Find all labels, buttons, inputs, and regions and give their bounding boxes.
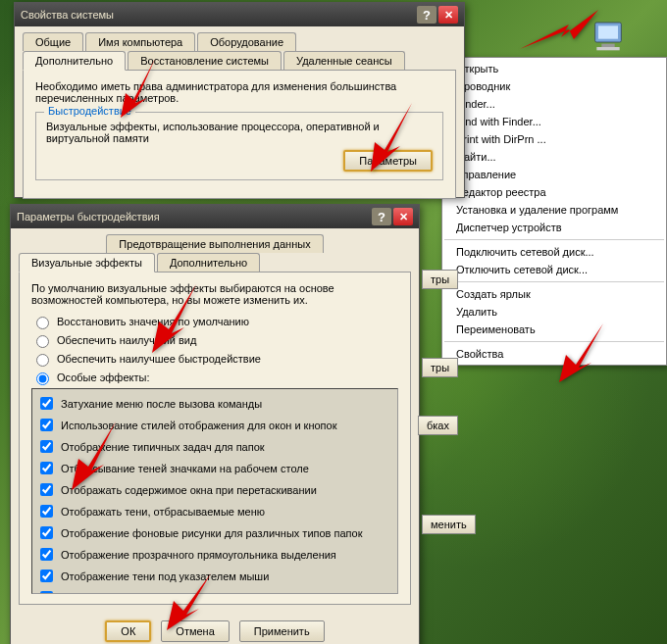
checkbox-input[interactable]: [40, 526, 53, 539]
hidden-button[interactable]: менить: [422, 515, 476, 534]
tab-дополнительно[interactable]: Дополнительно: [23, 51, 126, 71]
hidden-button[interactable]: бках: [418, 416, 458, 435]
performance-options-window: Параметры быстродействия ? ✕ Предотвраще…: [10, 204, 420, 644]
context-menu: ОткрытьПроводникFinder...Find with Finde…: [441, 57, 667, 366]
checkbox-input[interactable]: [40, 419, 53, 431]
check-option[interactable]: Отображать тени, отбрасываемые меню: [36, 502, 393, 520]
tab-оборудование[interactable]: Оборудование: [197, 32, 296, 51]
ctx-открыть[interactable]: Открыть: [442, 60, 666, 77]
checkbox-input[interactable]: [40, 505, 53, 518]
ctx-найти-[interactable]: Найти...: [442, 148, 666, 166]
check-label: Затухание меню после вызова команды: [61, 398, 262, 410]
radio-input[interactable]: [36, 354, 49, 367]
ctx-finder-[interactable]: Finder...: [442, 95, 666, 113]
window-title: Свойства системы: [21, 9, 114, 21]
group-text: Визуальные эффекты, использование процес…: [46, 121, 433, 144]
svg-rect-3: [596, 47, 619, 50]
radio-option[interactable]: Обеспечить наилучшее быстродействие: [31, 351, 398, 367]
radio-option[interactable]: Обеспечить наилучший вид: [31, 332, 398, 348]
checkbox-input[interactable]: [40, 483, 53, 496]
radio-option[interactable]: Восстановить значения по умолчанию: [31, 314, 398, 329]
tab-визуальные-эффекты[interactable]: Визуальные эффекты: [19, 253, 155, 272]
ctx-свойства[interactable]: Свойства: [442, 345, 666, 363]
check-label: Использование стилей отображения для око…: [61, 420, 336, 431]
check-option[interactable]: Отображение фоновые рисунки для различны…: [36, 523, 393, 542]
check-label: Сглаживать неровности экранных шрифтов: [61, 592, 280, 595]
check-label: Отображать содержимое окна при перетаски…: [61, 484, 317, 496]
parameters-button[interactable]: Параметры: [343, 150, 433, 172]
ctx-проводник[interactable]: Проводник: [442, 77, 666, 95]
ctx-отключить-сетевой-диск-[interactable]: Отключить сетевой диск...: [442, 261, 666, 278]
radio-input[interactable]: [36, 335, 49, 348]
cancel-button[interactable]: Отмена: [161, 620, 229, 642]
check-option[interactable]: Использование стилей отображения для око…: [36, 416, 393, 434]
apply-button[interactable]: Применить: [239, 620, 325, 642]
check-option[interactable]: Отображение типичных задач для папок: [36, 437, 393, 456]
radio-label: Восстановить значения по умолчанию: [57, 316, 249, 327]
checkbox-input[interactable]: [40, 570, 53, 582]
tab-удаленные-сеансы[interactable]: Удаленные сеансы: [283, 51, 405, 70]
tab-dep[interactable]: Предотвращение выполнения данных: [106, 234, 323, 253]
ctx-диспетчер-устройств[interactable]: Диспетчер устройств: [442, 219, 666, 236]
hidden-button[interactable]: тры: [422, 270, 458, 289]
check-label: Отображать тени, отбрасываемые меню: [61, 506, 265, 518]
performance-group: Быстродействие Визуальные эффекты, испол…: [35, 112, 443, 180]
ctx-создать-ярлык[interactable]: Создать ярлык: [442, 285, 666, 303]
tab-общие[interactable]: Общие: [23, 32, 83, 51]
checkbox-input[interactable]: [40, 397, 53, 410]
tab-имя-компьютера[interactable]: Имя компьютера: [85, 32, 195, 51]
help-button[interactable]: ?: [372, 208, 391, 225]
ctx-подключить-сетевой-диск-[interactable]: Подключить сетевой диск...: [442, 243, 666, 261]
tab-восстановление-системы[interactable]: Восстановление системы: [128, 51, 282, 70]
svg-rect-2: [601, 44, 614, 47]
svg-rect-1: [598, 25, 618, 38]
check-option[interactable]: Отображение тени под указателем мыши: [36, 567, 393, 585]
radio-label: Особые эффекты:: [57, 372, 149, 383]
checkbox-input[interactable]: [40, 440, 53, 453]
close-button[interactable]: ✕: [438, 6, 458, 24]
check-option[interactable]: Отображать содержимое окна при перетаски…: [36, 480, 393, 499]
check-label: Отображение прозрачного прямоугольника в…: [61, 549, 336, 561]
checkbox-input[interactable]: [40, 591, 53, 594]
intro-text: По умолчанию визуальные эффекты выбирают…: [31, 282, 398, 306]
check-option[interactable]: Отображение прозрачного прямоугольника в…: [36, 545, 393, 564]
titlebar[interactable]: Свойства системы ? ✕: [15, 3, 464, 26]
radio-label: Обеспечить наилучший вид: [57, 334, 196, 346]
ctx-редактор-реестра[interactable]: Редактор реестра: [442, 183, 666, 201]
radio-label: Обеспечить наилучшее быстродействие: [57, 353, 261, 365]
ok-button[interactable]: ОК: [105, 620, 151, 642]
ctx-установка-и-удаление-программ[interactable]: Установка и удаление программ: [442, 201, 666, 219]
titlebar[interactable]: Параметры быстродействия ? ✕: [11, 205, 419, 228]
ctx-управление[interactable]: Управление: [442, 166, 666, 183]
check-label: Отображение типичных задач для папок: [61, 441, 265, 453]
hidden-button[interactable]: тры: [422, 358, 458, 377]
checkbox-input[interactable]: [40, 548, 53, 561]
group-legend: Быстродействие: [44, 105, 135, 117]
check-option[interactable]: Сглаживать неровности экранных шрифтов: [36, 588, 393, 594]
window-title: Параметры быстродействия: [17, 211, 160, 223]
check-label: Отбрасывание теней значками на рабочем с…: [61, 463, 309, 474]
help-button[interactable]: ?: [417, 6, 436, 24]
check-label: Отображение фоновые рисунки для различны…: [61, 527, 362, 539]
radio-input[interactable]: [36, 372, 49, 385]
check-label: Отображение тени под указателем мыши: [61, 570, 269, 582]
check-option[interactable]: Затухание меню после вызова команды: [36, 394, 393, 413]
checkbox-input[interactable]: [40, 462, 53, 474]
radio-input[interactable]: [36, 317, 49, 329]
intro-text: Необходимо иметь права администратора дл…: [35, 80, 443, 104]
ctx-find-with-finder-[interactable]: Find with Finder...: [442, 113, 666, 130]
system-properties-window: Свойства системы ? ✕ ОбщиеИмя компьютера…: [14, 2, 465, 198]
check-option[interactable]: Отбрасывание теней значками на рабочем с…: [36, 459, 393, 477]
effects-checklist[interactable]: Затухание меню после вызова командыИспол…: [31, 388, 398, 594]
ctx-удалить[interactable]: Удалить: [442, 303, 666, 321]
close-button[interactable]: ✕: [393, 208, 413, 225]
radio-option[interactable]: Особые эффекты:: [31, 370, 398, 385]
tab-дополнительно[interactable]: Дополнительно: [157, 253, 260, 272]
ctx-print-with-dirprn-[interactable]: Print with DirPrn ...: [442, 130, 666, 148]
ctx-переименовать[interactable]: Переименовать: [442, 321, 666, 338]
